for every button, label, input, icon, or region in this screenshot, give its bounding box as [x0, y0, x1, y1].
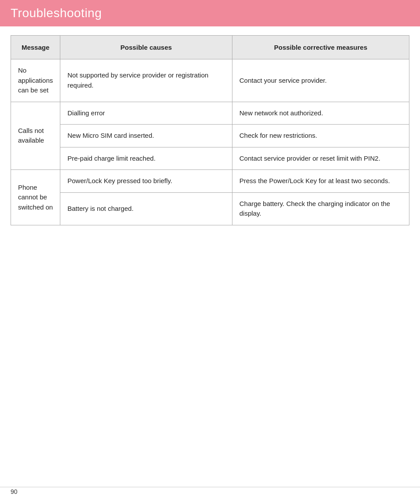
content-area: Message Possible causes Possible correct… — [0, 35, 420, 225]
table-row: Battery is not charged. Charge battery. … — [11, 192, 409, 225]
col-header-causes: Possible causes — [60, 36, 232, 59]
corrective-cell-1-1: Contact your service provider. — [232, 59, 409, 102]
col-header-corrective: Possible corrective measures — [232, 36, 409, 59]
message-cell-no-apps: Noapplicationscan be set — [11, 59, 60, 102]
corrective-cell-2-3: Contact service provider or reset limit … — [232, 147, 409, 170]
table-header-row: Message Possible causes Possible correct… — [11, 36, 409, 59]
page-number: 90 — [11, 488, 18, 495]
table-row: New Micro SIM card inserted. Check for n… — [11, 125, 409, 147]
cause-cell-2-3: Pre-paid charge limit reached. — [60, 147, 232, 170]
cause-cell-1-1: Not supported by service provider or reg… — [60, 59, 232, 102]
corrective-cell-3-2: Charge battery. Check the charging indic… — [232, 192, 409, 225]
troubleshooting-table: Message Possible causes Possible correct… — [11, 35, 409, 225]
corrective-cell-2-1: New network not authorized. — [232, 102, 409, 125]
table-row: Noapplicationscan be set Not supported b… — [11, 59, 409, 102]
col-header-message: Message — [11, 36, 60, 59]
cause-cell-2-2: New Micro SIM card inserted. — [60, 125, 232, 147]
table-row: Pre-paid charge limit reached. Contact s… — [11, 147, 409, 170]
message-cell-phone-off: Phonecannot beswitched on — [11, 170, 60, 225]
cause-cell-2-1: Dialling error — [60, 102, 232, 125]
table-row: Calls notavailable Dialling error New ne… — [11, 102, 409, 125]
bottom-divider — [0, 487, 420, 487]
corrective-cell-2-2: Check for new restrictions. — [232, 125, 409, 147]
cause-cell-3-2: Battery is not charged. — [60, 192, 232, 225]
message-cell-calls-not-available: Calls notavailable — [11, 102, 60, 170]
corrective-cell-3-1: Press the Power/Lock Key for at least tw… — [232, 170, 409, 193]
table-row: Phonecannot beswitched on Power/Lock Key… — [11, 170, 409, 193]
page-title: Troubleshooting — [11, 6, 409, 20]
header-bar: Troubleshooting — [0, 0, 420, 26]
cause-cell-3-1: Power/Lock Key pressed too briefly. — [60, 170, 232, 193]
